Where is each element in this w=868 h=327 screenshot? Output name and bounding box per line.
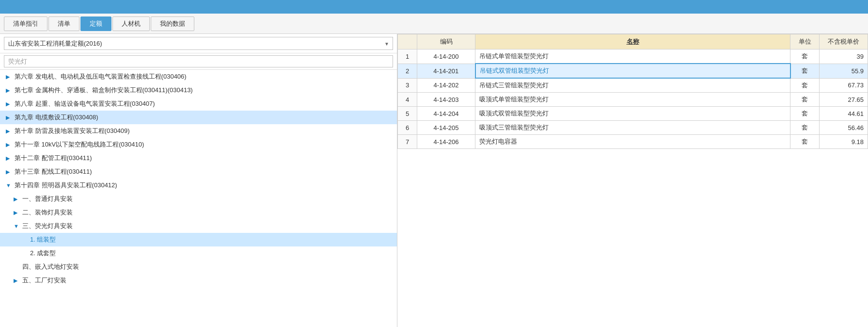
dropdown-wrapper: 山东省安装工程消耗量定额(2016) <box>4 37 393 50</box>
right-panel: 编码 名称 单位 不含税单价 14-14-200吊链式单管组装型荧光灯套3924… <box>397 34 868 327</box>
search-input[interactable] <box>4 55 393 67</box>
tree-arrow-ch9: ▶ <box>6 114 13 121</box>
data-table: 编码 名称 单位 不含税单价 14-14-200吊链式单管组装型荧光灯套3924… <box>397 34 868 149</box>
search-container <box>0 53 397 70</box>
cell-code-0: 4-14-200 <box>417 49 475 64</box>
tree-item-ch12[interactable]: ▶第十二章 配管工程(030411) <box>0 151 397 165</box>
tab-rencaiji[interactable]: 人材机 <box>112 16 150 31</box>
cell-name-0: 吊链式单管组装型荧光灯 <box>475 49 790 64</box>
table-header-row: 编码 名称 单位 不含税单价 <box>398 34 868 49</box>
table-row[interactable]: 34-14-202吊链式三管组装型荧光灯套67.73 <box>398 78 868 93</box>
tree-arrow-ch8: ▶ <box>6 101 13 107</box>
tree-item-ch14-4[interactable]: 四、嵌入式地灯安装 <box>0 260 397 274</box>
tree-item-ch14-3[interactable]: ▼三、荧光灯具安装 <box>0 219 397 233</box>
tree-item-ch14-3-2[interactable]: 2. 成套型 <box>0 246 397 260</box>
tree-item-ch6[interactable]: ▶第六章 发电机、电动机及低压电气装置检查接线工程(030406) <box>0 70 397 83</box>
tree-label-ch6: 第六章 发电机、电动机及低压电气装置检查接线工程(030406) <box>15 72 187 81</box>
cell-code-4: 4-14-204 <box>417 107 475 121</box>
table-row[interactable]: 24-14-201吊链式双管组装型荧光灯套55.9 <box>398 64 868 78</box>
cell-price-3: 27.65 <box>820 93 868 107</box>
tree-label-ch14: 第十四章 照明器具安装工程(030412) <box>15 181 117 190</box>
tree-label-ch9: 第九章 电缆敷设工程(030408) <box>15 113 98 122</box>
cell-num-6: 7 <box>398 135 417 149</box>
cell-name-6: 荧光灯电容器 <box>475 135 790 149</box>
tree-container[interactable]: ▶第六章 发电机、电动机及低压电气装置检查接线工程(030406)▶第七章 金属… <box>0 70 397 327</box>
tab-qingdan[interactable]: 清单 <box>48 16 79 31</box>
tree-arrow-ch14-5: ▶ <box>14 278 20 284</box>
cell-name-5: 吸顶式三管组装型荧光灯 <box>475 121 790 135</box>
tree-item-ch7[interactable]: ▶第七章 金属构件、穿通板、箱盒制作安装工程(030411)(030413) <box>0 83 397 97</box>
tree-item-ch10[interactable]: ▶第十章 防雷及接地装置安装工程(030409) <box>0 124 397 138</box>
table-row[interactable]: 64-14-205吸顶式三管组装型荧光灯套56.46 <box>398 121 868 135</box>
tree-item-ch14-1[interactable]: ▶一、普通灯具安装 <box>0 192 397 206</box>
tree-label-ch13: 第十三章 配线工程(030411) <box>15 167 92 176</box>
table-row[interactable]: 54-14-204吸顶式双管组装型荧光灯套44.61 <box>398 107 868 121</box>
tree-label-ch10: 第十章 防雷及接地装置安装工程(030409) <box>15 127 130 135</box>
tree-label-ch8: 第八章 起重、输送设备电气装置安装工程(030407) <box>15 99 155 108</box>
tree-label-ch14-4: 四、嵌入式地灯安装 <box>22 262 79 271</box>
col-price-header: 不含税单价 <box>820 34 868 49</box>
cell-unit-1: 套 <box>790 64 820 78</box>
tree-item-ch9[interactable]: ▶第九章 电缆敷设工程(030408) <box>0 111 397 124</box>
cell-name-1: 吊链式双管组装型荧光灯 <box>475 64 790 78</box>
col-num-header <box>398 34 417 49</box>
title-bar <box>0 0 868 14</box>
tab-wode-shuju[interactable]: 我的数据 <box>151 16 194 31</box>
tree-item-ch13[interactable]: ▶第十三章 配线工程(030411) <box>0 165 397 179</box>
tree-label-ch14-3-2: 2. 成套型 <box>30 249 56 258</box>
tab-dinge[interactable]: 定额 <box>80 16 111 31</box>
col-name-header: 名称 <box>475 34 790 49</box>
tree-arrow-ch12: ▶ <box>6 155 13 162</box>
tree-label-ch11: 第十一章 10kV以下架空配电线路工程(030410) <box>15 140 144 149</box>
cell-unit-5: 套 <box>790 121 820 135</box>
main-content: 山东省安装工程消耗量定额(2016) ▶第六章 发电机、电动机及低压电气装置检查… <box>0 34 868 327</box>
cell-price-6: 9.18 <box>820 135 868 149</box>
cell-code-1: 4-14-201 <box>417 64 475 78</box>
cell-code-5: 4-14-205 <box>417 121 475 135</box>
tree-item-ch11[interactable]: ▶第十一章 10kV以下架空配电线路工程(030410) <box>0 138 397 151</box>
tree-item-ch14-3-1[interactable]: 1. 组装型 <box>0 233 397 246</box>
table-row[interactable]: 74-14-206荧光灯电容器套9.18 <box>398 135 868 149</box>
cell-name-3: 吸顶式单管组装型荧光灯 <box>475 93 790 107</box>
tree-arrow-ch14-1: ▶ <box>14 196 20 202</box>
tree-label-ch14-3-1: 1. 组装型 <box>30 235 56 244</box>
table-row[interactable]: 44-14-203吸顶式单管组装型荧光灯套27.65 <box>398 93 868 107</box>
cell-code-2: 4-14-202 <box>417 78 475 93</box>
cell-price-2: 67.73 <box>820 78 868 93</box>
tree-item-ch14-5[interactable]: ▶五、工厂灯安装 <box>0 274 397 287</box>
cell-name-4: 吸顶式双管组装型荧光灯 <box>475 107 790 121</box>
tree-item-ch14[interactable]: ▼第十四章 照明器具安装工程(030412) <box>0 179 397 192</box>
cell-num-4: 5 <box>398 107 417 121</box>
tree-arrow-ch14-2: ▶ <box>14 210 20 216</box>
dropdown-container: 山东省安装工程消耗量定额(2016) <box>0 34 397 53</box>
tree-arrow-ch14-3: ▼ <box>14 223 20 229</box>
cell-unit-4: 套 <box>790 107 820 121</box>
cell-unit-3: 套 <box>790 93 820 107</box>
tree-arrow-ch11: ▶ <box>6 142 13 148</box>
tree-label-ch7: 第七章 金属构件、穿通板、箱盒制作安装工程(030411)(030413) <box>15 86 193 95</box>
tree-label-ch14-3: 三、荧光灯具安装 <box>22 222 73 230</box>
quota-dropdown[interactable]: 山东省安装工程消耗量定额(2016) <box>4 37 393 50</box>
cell-price-5: 56.46 <box>820 121 868 135</box>
tree-arrow-ch6: ▶ <box>6 74 13 80</box>
tree-arrow-ch10: ▶ <box>6 128 13 134</box>
tree-label-ch14-1: 一、普通灯具安装 <box>22 195 73 203</box>
tab-qingdan-zhiyin[interactable]: 清单指引 <box>4 16 47 31</box>
tree-arrow-ch7: ▶ <box>6 87 13 94</box>
tree-label-ch12: 第十二章 配管工程(030411) <box>15 154 92 163</box>
tree-item-ch14-2[interactable]: ▶二、装饰灯具安装 <box>0 206 397 219</box>
cell-num-1: 2 <box>398 64 417 78</box>
cell-unit-6: 套 <box>790 135 820 149</box>
cell-price-0: 39 <box>820 49 868 64</box>
tree-arrow-ch14: ▼ <box>6 182 13 188</box>
cell-code-6: 4-14-206 <box>417 135 475 149</box>
tree-label-ch14-5: 五、工厂灯安装 <box>22 276 66 285</box>
cell-price-1: 55.9 <box>820 64 868 78</box>
left-panel: 山东省安装工程消耗量定额(2016) ▶第六章 发电机、电动机及低压电气装置检查… <box>0 34 397 327</box>
col-code-header: 编码 <box>417 34 475 49</box>
table-row[interactable]: 14-14-200吊链式单管组装型荧光灯套39 <box>398 49 868 64</box>
cell-num-5: 6 <box>398 121 417 135</box>
tree-item-ch8[interactable]: ▶第八章 起重、输送设备电气装置安装工程(030407) <box>0 97 397 111</box>
col-unit-header: 单位 <box>790 34 820 49</box>
table-body: 14-14-200吊链式单管组装型荧光灯套3924-14-201吊链式双管组装型… <box>398 49 868 149</box>
